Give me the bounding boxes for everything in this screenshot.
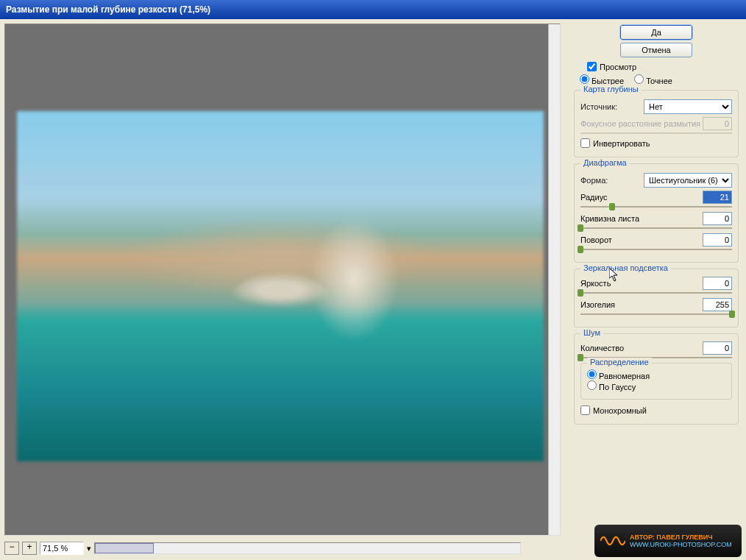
logo-site: WWW.UROKI-PHOTOSHOP.COM: [630, 541, 732, 548]
curvature-slider[interactable]: [580, 227, 732, 229]
preview-pane: − + ▾: [0, 19, 566, 558]
mono-checkbox[interactable]: [580, 405, 590, 415]
uniform-radio[interactable]: Равномерная: [587, 372, 650, 380]
radius-label: Радиус: [580, 193, 608, 202]
settings-panel: Да Отмена Просмотр Быстрее Точнее Карта …: [566, 19, 746, 558]
rotation-label: Поворот: [580, 235, 612, 244]
shape-label: Форма:: [580, 176, 608, 185]
cancel-button[interactable]: Отмена: [620, 43, 692, 57]
specular-title: Зеркальная подсветка: [580, 263, 671, 272]
noise-title: Шум: [580, 328, 603, 337]
shape-select[interactable]: Шестиугольник (6): [644, 173, 732, 188]
amount-input[interactable]: [703, 341, 732, 355]
iris-title: Диафрагма: [580, 158, 630, 167]
brightness-slider[interactable]: [580, 292, 732, 294]
curvature-input[interactable]: [703, 212, 732, 225]
distribution-group: Распределение Равномерная По Гауссу: [580, 363, 732, 400]
zoom-out-button[interactable]: −: [4, 542, 19, 555]
specular-group: Зеркальная подсветка Яркость Изогелия: [574, 269, 739, 327]
window-title: Размытие при малой глубине резкости (71,…: [0, 0, 746, 19]
rotation-slider[interactable]: [580, 249, 732, 250]
radius-slider[interactable]: [580, 206, 732, 208]
depthmap-group: Карта глубины Источник: Нет Фокусное рас…: [574, 90, 739, 157]
scrollbar-vertical[interactable]: [548, 24, 560, 535]
distribution-title: Распределение: [587, 358, 652, 366]
chevron-down-icon[interactable]: ▾: [87, 544, 91, 553]
rotation-input[interactable]: [703, 233, 732, 247]
preview-image[interactable]: [17, 111, 544, 461]
threshold-slider[interactable]: [580, 313, 732, 315]
logo-author: АВТОР: ПАВЕЛ ГУЛЕВИЧ: [630, 534, 732, 541]
threshold-input[interactable]: [703, 298, 732, 311]
source-select[interactable]: Нет: [644, 99, 732, 114]
amount-label: Количество: [580, 344, 624, 352]
source-label: Источник:: [580, 102, 617, 111]
radius-input[interactable]: [703, 191, 732, 204]
noise-group: Шум Количество Распределение Равномерная…: [574, 333, 739, 425]
preview-frame[interactable]: [4, 24, 561, 536]
brightness-input[interactable]: [703, 277, 732, 290]
threshold-label: Изогелия: [580, 300, 615, 309]
focal-slider: [580, 132, 732, 134]
gaussian-radio[interactable]: По Гауссу: [587, 383, 636, 391]
focal-label: Фокусное расстояние размытия: [580, 119, 700, 128]
quality-accurate-radio[interactable]: Точнее: [634, 74, 672, 85]
invert-checkbox[interactable]: [580, 138, 590, 148]
zoom-value-input[interactable]: [40, 542, 84, 555]
scrollbar-horizontal[interactable]: [94, 542, 521, 554]
invert-label: Инвертировать: [593, 139, 650, 148]
ok-button[interactable]: Да: [620, 25, 692, 40]
depthmap-title: Карта глубины: [580, 85, 642, 93]
curvature-label: Кривизна листа: [580, 214, 639, 223]
focal-input: [703, 117, 732, 130]
preview-checkbox[interactable]: [587, 62, 597, 71]
zoom-in-button[interactable]: +: [22, 542, 37, 555]
preview-checkbox-label: Просмотр: [600, 63, 636, 71]
mono-label: Монохромный: [593, 406, 647, 415]
brightness-label: Яркость: [580, 279, 611, 288]
quality-fast-radio[interactable]: Быстрее: [580, 74, 624, 85]
iris-group: Диафрагма Форма: Шестиугольник (6) Радиу…: [574, 163, 739, 263]
watermark-logo: АВТОР: ПАВЕЛ ГУЛЕВИЧ WWW.UROKI-PHOTOSHOP…: [594, 525, 742, 557]
